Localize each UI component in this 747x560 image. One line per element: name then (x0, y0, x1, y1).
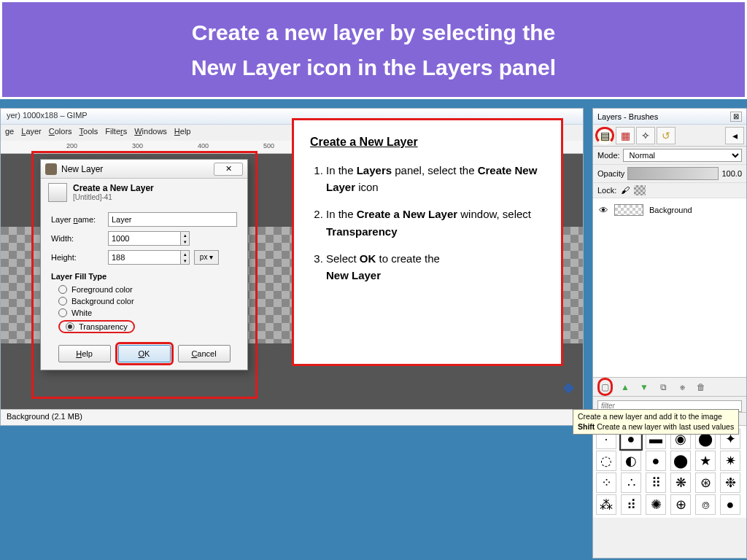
layers-panel: Layers - Brushes ⊠ ▤ ▦ ✧ ↺ ◂ Mode: Norma… (592, 108, 747, 559)
brush-item[interactable]: ❉ (720, 472, 740, 493)
instruction-step-1: In the Layers panel, select the Create N… (326, 162, 545, 196)
new-layer-dialog: New Layer ✕ Create a New Layer [Untitled… (40, 159, 248, 370)
unit-dropdown[interactable]: px ▾ (194, 250, 219, 265)
height-input[interactable] (108, 250, 181, 265)
panel-close-icon[interactable]: ⊠ (730, 112, 742, 122)
fill-type-label: Layer Fill Type (51, 272, 237, 281)
banner-line-2: New Layer icon in the Layers panel (2, 50, 745, 85)
lock-alpha-icon[interactable] (634, 185, 646, 195)
brush-item[interactable]: ✷ (720, 451, 740, 471)
width-label: Width: (51, 234, 108, 243)
help-button[interactable]: Help (58, 345, 111, 362)
brush-item[interactable]: ⁘ (596, 472, 616, 493)
menu-image[interactable]: ge (2, 127, 17, 139)
new-layer-tooltip: Create a new layer and add it to the ima… (573, 409, 739, 435)
dialog-heading: Create a New Layer (73, 183, 154, 193)
opacity-label: Opacity (597, 169, 624, 178)
height-spinner[interactable]: ▴▾ (181, 250, 190, 265)
raise-layer-icon[interactable]: ▲ (619, 381, 632, 394)
move-cursor-icon: ✥ (563, 381, 574, 397)
brush-item[interactable]: ⬤ (670, 451, 691, 471)
brush-item[interactable]: ◌ (596, 451, 616, 471)
height-label: Height: (51, 253, 108, 262)
duplicate-layer-icon[interactable]: ⧉ (657, 381, 670, 394)
width-spinner[interactable]: ▴▾ (181, 231, 190, 246)
brush-item[interactable]: ✺ (646, 494, 666, 515)
fill-background-option[interactable]: Background color (51, 295, 237, 307)
opacity-value: 100.0 (721, 169, 742, 178)
menu-filters[interactable]: Filters (102, 127, 130, 139)
dialog-subtitle: [Untitled]-41 (73, 193, 154, 201)
lock-pixels-icon[interactable]: 🖌 (621, 185, 630, 195)
undo-tab-icon[interactable]: ↺ (657, 127, 676, 144)
lock-label: Lock: (597, 186, 616, 195)
ok-button[interactable]: OK (118, 345, 171, 362)
cancel-button[interactable]: Cancel (178, 345, 231, 362)
close-icon[interactable]: ✕ (214, 163, 243, 176)
brush-item[interactable]: ⊕ (670, 494, 691, 515)
radio-icon (58, 285, 67, 294)
brush-item[interactable]: ⠿ (646, 472, 666, 493)
brush-item[interactable]: ∴ (621, 472, 641, 493)
panel-tabs: ▤ ▦ ✧ ↺ ◂ (593, 125, 746, 147)
new-layer-button[interactable]: ▢ (597, 378, 613, 396)
brush-grid: · ● ▬ ◉ ⬤ ✦ ◌ ◐ ● ⬤ ★ ✷ ⁘ ∴ ⠿ ❋ ⊛ ❉ ⁂ ⠾ … (593, 426, 746, 518)
brush-item[interactable]: ⁂ (596, 494, 616, 515)
status-bar: Background (2.1 MB) (1, 409, 583, 425)
brush-item[interactable]: ⌾ (695, 494, 716, 515)
menu-layer[interactable]: Layer (18, 127, 44, 139)
brush-item[interactable]: ⊛ (695, 472, 716, 493)
anchor-layer-icon[interactable]: ⎈ (676, 381, 689, 394)
layer-stack-icon (48, 183, 67, 202)
layers-tab-icon[interactable]: ▤ (595, 127, 614, 144)
radio-icon (58, 297, 67, 306)
menu-windows[interactable]: Windows (131, 127, 170, 139)
fill-transparency-option[interactable]: Transparency (58, 320, 135, 333)
tab-menu-icon[interactable]: ◂ (725, 127, 744, 144)
layers-panel-titlebar[interactable]: Layers - Brushes ⊠ (593, 109, 746, 125)
menu-colors[interactable]: Colors (46, 127, 75, 139)
brush-item[interactable]: ● (720, 494, 740, 515)
width-input[interactable] (108, 231, 181, 246)
new-layer-icon: ▢ (601, 382, 609, 392)
brush-item[interactable]: ❋ (670, 472, 691, 493)
layers-list: 👁 Background (593, 198, 746, 378)
layer-name-input[interactable] (108, 212, 237, 227)
radio-icon (66, 322, 74, 331)
brush-item[interactable]: ◐ (621, 451, 641, 471)
instruction-step-3: Select OK to create the New Layer (326, 250, 545, 284)
dialog-titlebar[interactable]: New Layer ✕ (41, 160, 247, 179)
eye-icon[interactable]: 👁 (599, 205, 608, 216)
instruction-title: Create a New Layer (310, 133, 545, 152)
mode-dropdown[interactable]: Normal (623, 149, 742, 162)
layer-name-label: Background (649, 206, 692, 214)
brush-item[interactable]: ● (646, 451, 666, 471)
dialog-header: Create a New Layer [Untitled]-41 (41, 179, 247, 203)
instruction-step-2: In the Create a New Layer window, select… (326, 206, 545, 240)
instruction-box: Create a New Layer In the Layers panel, … (292, 118, 563, 366)
layer-name-label: Layer name: (51, 215, 108, 224)
paths-tab-icon[interactable]: ✧ (636, 127, 655, 144)
channels-tab-icon[interactable]: ▦ (616, 127, 635, 144)
brush-item[interactable]: ★ (695, 451, 716, 471)
menu-help[interactable]: Help (171, 127, 194, 139)
layer-thumb-icon (614, 204, 643, 216)
banner-line-1: Create a new layer by selecting the (2, 15, 745, 50)
opacity-slider[interactable] (627, 167, 719, 180)
layer-row-background[interactable]: 👁 Background (596, 201, 743, 219)
wilber-icon (45, 163, 57, 175)
lower-layer-icon[interactable]: ▼ (638, 381, 651, 394)
fill-foreground-option[interactable]: Foreground color (51, 284, 237, 295)
fill-white-option[interactable]: White (51, 307, 237, 319)
delete-layer-icon[interactable]: 🗑 (694, 381, 708, 394)
radio-icon (58, 308, 67, 317)
dialog-title-text: New Layer (61, 164, 103, 174)
mode-label: Mode: (597, 151, 620, 160)
menu-tools[interactable]: Tools (77, 127, 101, 139)
brush-item[interactable]: ⠾ (621, 494, 641, 515)
layers-toolbar: ▢ ▲ ▼ ⧉ ⎈ 🗑 (593, 378, 746, 397)
instruction-banner: Create a new layer by selecting the New … (0, 0, 747, 99)
